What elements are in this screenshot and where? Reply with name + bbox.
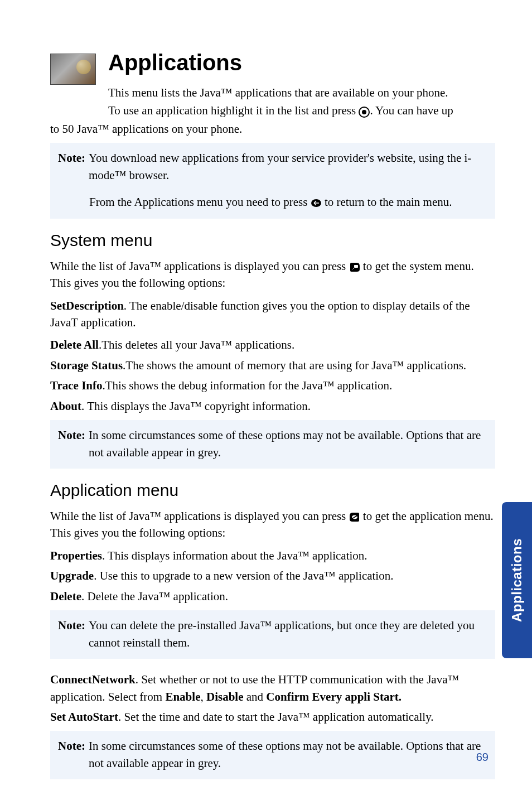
app-menu-intro: While the list of Java™ applications is … [50, 508, 495, 542]
delete-all-text: .This deletes all your Java™ application… [99, 338, 294, 351]
about-label: About [50, 399, 81, 413]
side-tab: Applications [502, 502, 532, 658]
system-menu-intro-a: While the list of Java™ applications is … [50, 259, 349, 273]
connect-sep2: and [243, 690, 266, 703]
intro-line-2: To use an application highlight it in th… [108, 102, 453, 119]
back-key-icon [311, 197, 322, 209]
storage-status-label: Storage Status [50, 359, 123, 372]
set-autostart-text: . Set the time and date to start the Jav… [118, 710, 434, 724]
page-title: Applications [108, 50, 453, 75]
set-autostart-item: Set AutoStart. Set the time and date to … [50, 708, 495, 725]
left-softkey-icon [349, 512, 360, 523]
set-description-item: SetDescription. The enable/disable funct… [50, 297, 495, 331]
intro-line-2a: To use an application highlight it in th… [108, 104, 359, 117]
properties-label: Properties [50, 549, 102, 562]
connect-network-label: ConnectNetwork [50, 673, 136, 686]
intro-wrap: to 50 Java™ applications on your phone. [50, 120, 495, 137]
intro-line-1: This menu lists the Java™ applications t… [108, 84, 453, 101]
note-box-3: Note: You can delete the pre-installed J… [50, 610, 495, 659]
connect-confirm: Confirm Every appli Start. [266, 690, 402, 703]
note-text: You can delete the pre-installed Java™ a… [89, 617, 487, 651]
connect-sep1: , [200, 690, 206, 703]
about-item: About. This displays the Java™ copyright… [50, 398, 495, 414]
connect-network-item: ConnectNetwork. Set whether or not to us… [50, 671, 495, 705]
set-description-label: SetDescription [50, 299, 124, 312]
delete-text: . Delete the Java™ application. [81, 590, 228, 603]
storage-status-text: .The shows the amount of memory that are… [123, 359, 466, 372]
application-menu-heading: Application menu [50, 481, 495, 500]
note-extra-a: From the Applications menu you need to p… [89, 195, 311, 209]
set-autostart-label: Set AutoStart [50, 710, 118, 724]
note-label: Note: [58, 150, 85, 184]
trace-info-item: Trace Info.This shows the debug informat… [50, 377, 495, 394]
note-box-4: Note: In some circumstances some of thes… [50, 731, 495, 779]
delete-all-item: Delete All.This deletes all your Java™ a… [50, 336, 495, 353]
svg-point-1 [362, 110, 366, 114]
page-number: 69 [476, 751, 489, 764]
delete-label: Delete [50, 590, 81, 603]
trace-info-label: Trace Info [50, 379, 103, 392]
note-extra-b: to return to the main menu. [322, 195, 452, 209]
note-text: In some circumstances some of these opti… [89, 737, 487, 771]
note-box-1: Note: You download new applications from… [50, 143, 495, 218]
delete-item: Delete. Delete the Java™ application. [50, 588, 495, 605]
note-text: You download new applications from your … [89, 150, 487, 184]
side-tab-label: Applications [509, 538, 525, 622]
system-menu-heading: System menu [50, 231, 495, 250]
svg-rect-3 [354, 265, 358, 268]
delete-all-label: Delete All [50, 338, 99, 351]
properties-text: . This displays information about the Ja… [102, 549, 367, 562]
center-key-icon [359, 107, 370, 118]
trace-info-text: .This shows the debug information for th… [103, 379, 393, 392]
note-box-2: Note: In some circumstances some of thes… [50, 420, 495, 469]
note-label: Note: [58, 737, 85, 771]
about-text: . This displays the Java™ copyright info… [81, 399, 311, 413]
upgrade-item: Upgrade. Use this to upgrade to a new ve… [50, 567, 495, 584]
note-label: Note: [58, 617, 85, 651]
upgrade-label: Upgrade [50, 569, 94, 582]
app-menu-intro-a: While the list of Java™ applications is … [50, 509, 349, 523]
applications-thumbnail-icon [50, 54, 96, 85]
storage-status-item: Storage Status.The shows the amount of m… [50, 357, 495, 374]
right-softkey-icon [349, 262, 360, 273]
note-extra: From the Applications menu you need to p… [89, 194, 487, 210]
note-label: Note: [58, 427, 85, 461]
intro-line-2b: . You can have up [370, 104, 453, 117]
upgrade-text: . Use this to upgrade to a new version o… [94, 569, 393, 582]
connect-disable: Disable [206, 690, 244, 703]
system-menu-intro: While the list of Java™ applications is … [50, 258, 495, 292]
properties-item: Properties. This displays information ab… [50, 547, 495, 564]
connect-enable: Enable [165, 690, 200, 703]
note-text: In some circumstances some of these opti… [89, 427, 487, 461]
